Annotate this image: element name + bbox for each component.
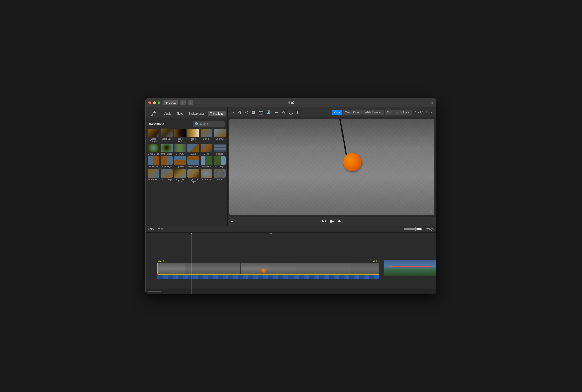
transition-item-circle-open[interactable]: Circle Open [148,144,159,155]
transition-label-cross-zoom: Cross Zoom [201,178,212,181]
microphone-button[interactable]: 🎙 [230,219,234,223]
play-button[interactable]: ▶ [330,218,334,224]
film-strip[interactable] [157,263,379,274]
transition-item-circle-close[interactable]: Circle Close [161,144,173,155]
go-to-start-button[interactable]: ⏮ [322,218,327,224]
camera-icon[interactable]: 📷 [257,109,264,116]
transition-label-swap: Swap [191,153,196,155]
timeline-canvas: 🐢 🎞 🐢 🎞 [146,233,436,294]
import-button[interactable]: ↓ [188,100,193,105]
tab-my-media[interactable]: My Media [148,109,161,118]
reset-button[interactable]: Reset [426,111,433,114]
transition-item-doorway[interactable]: Doorway [174,144,186,155]
tab-backgrounds[interactable]: Backgrounds [186,111,207,116]
transition-item-spin-out[interactable]: Spin Out [214,128,226,142]
transition-item-fade-white[interactable]: Fade to White [187,128,199,142]
video-preview: ⤡ [229,119,434,215]
timeline-settings: Settings [404,227,433,231]
left-panel: My Media Audio Titles Backgrounds Transi… [146,108,228,226]
transition-label-page-curl-right: Page Curl Right [187,178,199,183]
share-button[interactable]: ⬆ [431,101,433,105]
transition-label-spin-out: Spin Out [216,138,224,140]
map-track[interactable] [384,260,436,276]
transition-label-puzzle-right: Puzzle Right [161,178,173,181]
transition-item-cross-blur[interactable]: Cross Blur [161,128,173,142]
skin-tone-tab[interactable]: Skin Tone Balance [385,110,412,115]
transition-item-swap[interactable]: Swap [187,144,199,155]
info-icon[interactable]: ℹ [295,109,299,116]
transition-label-wipe-right: Wipe Right [162,166,172,168]
view-toggle-button[interactable]: ⊞ [180,100,186,105]
transition-item-fade-black[interactable]: Fade to Black [174,128,186,142]
transition-thumb-wipe-down [187,156,199,165]
transition-item-puzzle-right[interactable]: Puzzle Right [161,169,173,183]
audio-icon[interactable]: 🔊 [265,109,273,116]
transition-thumb-slide-left [201,156,212,165]
fullscreen-icon[interactable]: ⤡ [430,210,433,214]
scrollbar-thumb[interactable] [148,291,161,292]
crop-icon[interactable]: ⊡ [251,109,256,116]
transition-label-slide-left: Slide Left [202,166,211,168]
fullscreen-button[interactable] [158,101,160,104]
transition-item-spin-in[interactable]: Spin In [201,128,212,142]
tab-transitions[interactable]: Transitions [208,111,226,116]
transition-label-ripple: Ripple [217,178,223,181]
inspector-toolbar: ✦ ◑ ⬡ ⊡ 📷 🔊 ▬ ◔ ◯ ℹ Auto Match Color Whi… [228,108,436,118]
film-segment-2 [185,263,241,274]
transition-item-mosaic[interactable]: Mosaic [214,144,226,155]
transition-thumb-wipe-right [161,156,173,165]
color-adjustment-tabs: Auto Match Color White Balance Skin Tone… [332,110,412,115]
transition-label-circle-open: Circle Open [148,153,159,155]
transition-item-wipe-up[interactable]: Wipe Up [174,156,186,168]
tab-titles[interactable]: Titles [174,111,185,116]
match-color-tab[interactable]: Match Color [343,110,362,115]
transition-label-puzzle-left: Puzzle Left [149,178,159,181]
auto-tab[interactable]: Auto [332,110,342,115]
magic-wand-icon[interactable]: ✦ [230,109,236,116]
white-balance-tab[interactable]: White Balance [362,110,384,115]
transition-item-cross-dissolve[interactable]: Cross Dissolve [148,128,159,142]
transition-item-wipe-left[interactable]: Wipe Left [148,156,159,168]
transition-item-cube[interactable]: Cube [201,144,212,155]
color-wheel-icon[interactable]: ◑ [237,109,243,116]
film-segment-4 [269,263,296,274]
timeline-area: 🐢 🎞 🐢 🎞 [146,233,436,294]
search-input[interactable] [200,122,223,126]
go-to-end-button[interactable]: ⏭ [337,218,342,224]
app-window: ‹ Projects ⊞ ↓ 测试 ⬆ My Media Audio Title… [146,98,436,294]
search-box[interactable]: 🔍 [193,121,225,127]
zoom-slider[interactable] [404,227,422,231]
playback-controls: 🎙 ⏮ ▶ ⏭ [228,216,436,226]
transition-item-wipe-down[interactable]: Wipe Down [187,156,199,168]
bars-icon[interactable]: ▬ [274,109,280,115]
transition-label-fade-white: Fade to White [187,138,199,142]
transition-thumb-mosaic [214,144,226,152]
ball-in-film [261,268,266,273]
tab-audio[interactable]: Audio [162,111,174,116]
inspector-tools: ✦ ◑ ⬡ ⊡ 📷 🔊 ▬ ◔ ◯ ℹ [230,109,299,116]
transition-item-slide-right[interactable]: Slide Right [214,156,226,168]
concrete-overlay [229,119,434,215]
transition-thumb-cross-blur [161,128,173,137]
person-icon[interactable]: ◯ [288,109,294,116]
transition-item-page-curl-left[interactable]: Page Curl Left [174,169,186,183]
minimize-button[interactable] [153,101,156,104]
reset-all-button[interactable]: Reset All [414,111,424,114]
close-button[interactable] [149,101,151,104]
transition-item-page-curl-right[interactable]: Page Curl Right [187,169,199,183]
projects-button[interactable]: ‹ Projects [163,100,178,105]
transition-thumb-page-curl-left [174,169,186,178]
palette-icon[interactable]: ⬡ [244,109,250,116]
transition-item-puzzle-left[interactable]: Puzzle Left [148,169,159,183]
turtle-icon-2: 🐢 [373,260,375,262]
track-container: 🐢 🎞 🐢 🎞 [146,260,436,280]
titlebar: ‹ Projects ⊞ ↓ 测试 ⬆ [146,98,436,108]
transition-item-wipe-right[interactable]: Wipe Right [161,156,173,168]
transition-label-cube: Cube [204,153,209,155]
speed-icon[interactable]: ◔ [281,109,287,116]
transition-item-cross-zoom[interactable]: Cross Zoom [201,169,212,183]
transition-thumb-swap [187,144,199,152]
transition-item-slide-left[interactable]: Slide Left [201,156,212,168]
transition-item-ripple[interactable]: Ripple [214,169,226,183]
window-title: 测试 [288,101,294,105]
